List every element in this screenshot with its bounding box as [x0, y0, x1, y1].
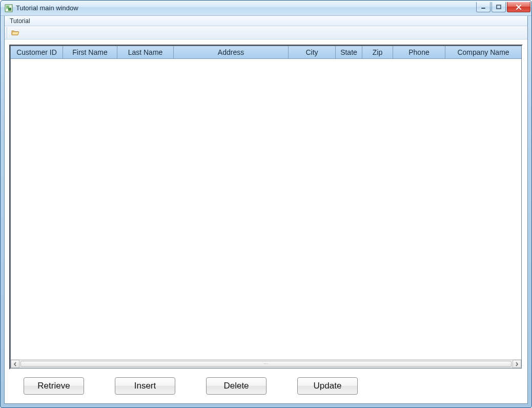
scroll-grip-icon: ⋯: [263, 361, 269, 366]
insert-button[interactable]: Insert: [115, 377, 175, 395]
toolbar: [5, 26, 527, 39]
folder-open-icon: [11, 29, 19, 36]
open-button[interactable]: [9, 27, 22, 38]
close-icon: [515, 4, 522, 10]
column-header-last-name[interactable]: Last Name: [117, 46, 174, 58]
scroll-right-button[interactable]: [513, 360, 521, 368]
delete-button[interactable]: Delete: [206, 377, 267, 395]
scroll-left-button[interactable]: [11, 360, 19, 368]
column-header-city[interactable]: City: [289, 46, 336, 58]
svg-rect-4: [497, 5, 501, 9]
column-header-customer-id[interactable]: Customer ID: [11, 46, 63, 58]
column-header-address[interactable]: Address: [174, 46, 289, 58]
content-area: Customer ID First Name Last Name Address…: [5, 39, 527, 403]
app-window: Tutorial main window Tutorial: [0, 0, 532, 408]
chevron-right-icon: [515, 362, 519, 366]
titlebar[interactable]: Tutorial main window: [1, 1, 531, 16]
scroll-thumb[interactable]: ⋯: [21, 361, 511, 367]
column-header-phone[interactable]: Phone: [393, 46, 445, 58]
close-button[interactable]: [507, 2, 530, 12]
toolbar-separator: [7, 27, 8, 38]
app-icon: [5, 4, 13, 12]
button-row: Retrieve Insert Delete Update: [9, 370, 523, 397]
data-grid[interactable]: Customer ID First Name Last Name Address…: [9, 45, 523, 370]
menu-item-tutorial[interactable]: Tutorial: [6, 17, 34, 25]
menubar: Tutorial: [5, 16, 527, 26]
grid-header: Customer ID First Name Last Name Address…: [11, 46, 521, 59]
chevron-left-icon: [13, 362, 17, 366]
horizontal-scrollbar[interactable]: ⋯: [11, 359, 521, 368]
svg-rect-2: [8, 8, 11, 11]
update-button[interactable]: Update: [297, 377, 358, 395]
minimize-button[interactable]: [476, 2, 490, 12]
column-header-first-name[interactable]: First Name: [63, 46, 117, 58]
column-header-state[interactable]: State: [336, 46, 362, 58]
window-controls: [476, 2, 530, 12]
grid-body[interactable]: [11, 59, 521, 359]
column-header-company-name[interactable]: Company Name: [445, 46, 521, 58]
retrieve-button[interactable]: Retrieve: [24, 377, 84, 395]
scroll-track[interactable]: ⋯: [19, 360, 513, 368]
svg-rect-3: [481, 8, 485, 9]
maximize-button[interactable]: [492, 2, 506, 12]
maximize-icon: [496, 4, 502, 10]
data-grid-inner: Customer ID First Name Last Name Address…: [10, 46, 522, 369]
minimize-icon: [480, 4, 486, 10]
client-area: Tutorial Customer ID First Name Last Nam…: [4, 16, 528, 404]
column-header-zip[interactable]: Zip: [362, 46, 393, 58]
window-title: Tutorial main window: [16, 4, 476, 12]
